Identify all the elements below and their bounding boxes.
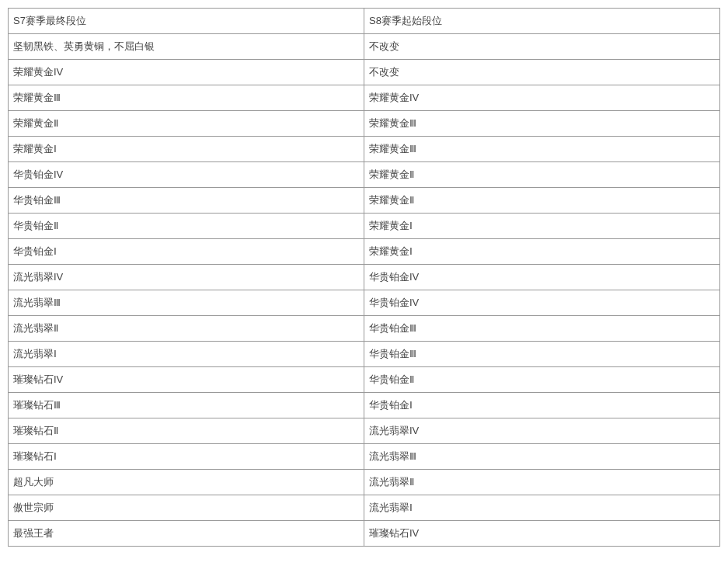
table-row: 璀璨钻石Ⅰ流光翡翠Ⅲ xyxy=(9,444,720,470)
cell-col2: 华贵铂金IV xyxy=(364,290,720,316)
table-row: 璀璨钻石Ⅱ流光翡翠IV xyxy=(9,418,720,444)
cell-col1: 最强王者 xyxy=(9,521,364,547)
table-row: 流光翡翠Ⅰ华贵铂金Ⅲ xyxy=(9,342,720,367)
table-row: 荣耀黄金Ⅱ荣耀黄金Ⅲ xyxy=(9,111,720,137)
cell-col2: 荣耀黄金Ⅲ xyxy=(364,137,720,162)
cell-col2: 璀璨钻石IV xyxy=(364,521,720,547)
table-row: 华贵铂金Ⅲ荣耀黄金Ⅱ xyxy=(9,188,720,214)
table-body: S7赛季最终段位 S8赛季起始段位 坚韧黑铁、英勇黄铜，不屈白银不改变荣耀黄金I… xyxy=(9,9,720,547)
rank-table: S7赛季最终段位 S8赛季起始段位 坚韧黑铁、英勇黄铜，不屈白银不改变荣耀黄金I… xyxy=(8,8,720,547)
cell-col2: 华贵铂金Ⅲ xyxy=(364,342,720,367)
header-col2: S8赛季起始段位 xyxy=(364,9,720,34)
table-row: 荣耀黄金Ⅲ荣耀黄金IV xyxy=(9,85,720,111)
cell-col1: 流光翡翠Ⅲ xyxy=(9,290,364,316)
table-row: 荣耀黄金Ⅰ荣耀黄金Ⅲ xyxy=(9,137,720,162)
cell-col2: 不改变 xyxy=(364,60,720,85)
cell-col2: 荣耀黄金Ⅲ xyxy=(364,111,720,137)
cell-col1: 荣耀黄金IV xyxy=(9,60,364,85)
cell-col1: 璀璨钻石Ⅰ xyxy=(9,444,364,470)
cell-col1: 流光翡翠IV xyxy=(9,265,364,290)
cell-col2: 荣耀黄金IV xyxy=(364,85,720,111)
cell-col1: 华贵铂金Ⅲ xyxy=(9,188,364,214)
table-row: 华贵铂金IV荣耀黄金Ⅱ xyxy=(9,162,720,188)
cell-col1: 华贵铂金Ⅱ xyxy=(9,214,364,239)
cell-col1: 荣耀黄金Ⅱ xyxy=(9,111,364,137)
cell-col1: 璀璨钻石Ⅲ xyxy=(9,393,364,418)
cell-col1: 超凡大师 xyxy=(9,470,364,495)
table-row: 流光翡翠IV华贵铂金IV xyxy=(9,265,720,290)
table-header-row: S7赛季最终段位 S8赛季起始段位 xyxy=(9,9,720,34)
cell-col2: 流光翡翠Ⅱ xyxy=(364,470,720,495)
cell-col1: 流光翡翠Ⅰ xyxy=(9,342,364,367)
table-row: 璀璨钻石IV华贵铂金Ⅱ xyxy=(9,367,720,393)
table-row: 荣耀黄金IV不改变 xyxy=(9,60,720,85)
cell-col2: 华贵铂金Ⅱ xyxy=(364,367,720,393)
cell-col1: 荣耀黄金Ⅰ xyxy=(9,137,364,162)
cell-col2: 荣耀黄金Ⅱ xyxy=(364,162,720,188)
cell-col2: 荣耀黄金Ⅰ xyxy=(364,214,720,239)
cell-col2: 荣耀黄金Ⅱ xyxy=(364,188,720,214)
table-row: 流光翡翠Ⅱ华贵铂金Ⅲ xyxy=(9,316,720,342)
table-row: 超凡大师流光翡翠Ⅱ xyxy=(9,470,720,495)
cell-col1: 荣耀黄金Ⅲ xyxy=(9,85,364,111)
cell-col2: 流光翡翠Ⅲ xyxy=(364,444,720,470)
table-row: 坚韧黑铁、英勇黄铜，不屈白银不改变 xyxy=(9,34,720,60)
cell-col2: 华贵铂金Ⅰ xyxy=(364,393,720,418)
cell-col2: 荣耀黄金Ⅰ xyxy=(364,239,720,265)
header-col1: S7赛季最终段位 xyxy=(9,9,364,34)
table-row: 华贵铂金Ⅰ荣耀黄金Ⅰ xyxy=(9,239,720,265)
cell-col1: 坚韧黑铁、英勇黄铜，不屈白银 xyxy=(9,34,364,60)
table-row: 最强王者璀璨钻石IV xyxy=(9,521,720,547)
table-row: 华贵铂金Ⅱ荣耀黄金Ⅰ xyxy=(9,214,720,239)
cell-col1: 华贵铂金Ⅰ xyxy=(9,239,364,265)
cell-col1: 傲世宗师 xyxy=(9,495,364,521)
cell-col1: 流光翡翠Ⅱ xyxy=(9,316,364,342)
cell-col1: 华贵铂金IV xyxy=(9,162,364,188)
cell-col2: 流光翡翠IV xyxy=(364,418,720,444)
cell-col2: 不改变 xyxy=(364,34,720,60)
table-row: 璀璨钻石Ⅲ华贵铂金Ⅰ xyxy=(9,393,720,418)
table-row: 流光翡翠Ⅲ华贵铂金IV xyxy=(9,290,720,316)
cell-col2: 华贵铂金IV xyxy=(364,265,720,290)
table-row: 傲世宗师流光翡翠Ⅰ xyxy=(9,495,720,521)
cell-col1: 璀璨钻石IV xyxy=(9,367,364,393)
cell-col2: 流光翡翠Ⅰ xyxy=(364,495,720,521)
cell-col1: 璀璨钻石Ⅱ xyxy=(9,418,364,444)
cell-col2: 华贵铂金Ⅲ xyxy=(364,316,720,342)
